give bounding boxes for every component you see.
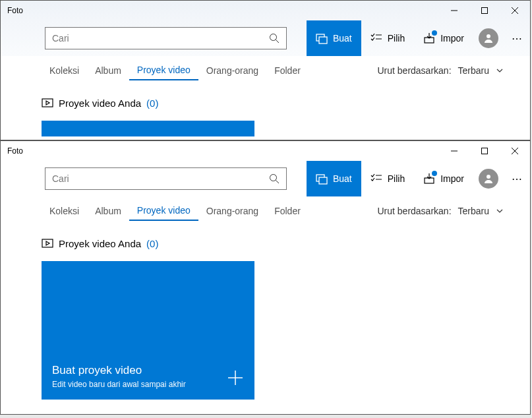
section-count: (0)	[146, 238, 158, 249]
create-icon	[316, 32, 328, 44]
sort-value: Terbaru	[458, 206, 489, 216]
nav-tabs: Koleksi Album Proyek video Orang-orang F…	[1, 196, 530, 225]
chevron-down-icon	[496, 207, 504, 215]
tab-orang[interactable]: Orang-orang	[198, 202, 266, 220]
tab-album[interactable]: Album	[87, 202, 129, 220]
video-project-icon	[42, 97, 53, 109]
tile-subtitle: Edit video baru dari awal sampai akhir	[52, 380, 244, 389]
svg-rect-10	[42, 99, 53, 107]
create-button[interactable]: Buat	[307, 161, 361, 196]
section-title: Proyek video Anda	[59, 238, 141, 249]
import-icon	[423, 173, 435, 185]
sort-control[interactable]: Urut berdasarkan: Terbaru	[377, 206, 530, 216]
select-label: Pilih	[388, 33, 405, 44]
create-label: Buat	[333, 173, 352, 184]
search-box[interactable]	[45, 27, 287, 49]
checklist-icon	[370, 173, 382, 185]
section-heading: Proyek video Anda (0)	[42, 237, 530, 249]
create-button[interactable]: Buat	[307, 20, 361, 56]
svg-rect-1	[482, 8, 488, 14]
sort-label: Urut berdasarkan:	[377, 206, 451, 216]
section-title: Proyek video Anda	[59, 98, 141, 109]
close-button[interactable]	[500, 1, 530, 20]
import-label: Impor	[440, 173, 464, 184]
person-icon	[483, 173, 494, 184]
user-avatar[interactable]	[479, 28, 498, 48]
close-button[interactable]	[500, 141, 530, 161]
maximize-button[interactable]	[469, 141, 500, 161]
toolbar: Buat Pilih Impor ⋯	[1, 161, 530, 196]
titlebar: Foto	[1, 1, 530, 20]
titlebar: Foto	[1, 141, 530, 161]
video-project-icon	[42, 237, 53, 249]
nav-tabs: Koleksi Album Proyek video Orang-orang F…	[1, 56, 530, 85]
select-button[interactable]: Pilih	[361, 161, 414, 196]
more-button[interactable]: ⋯	[504, 161, 530, 196]
tab-folder[interactable]: Folder	[266, 202, 309, 220]
tab-album[interactable]: Album	[87, 61, 129, 80]
create-project-tile[interactable]: Buat proyek video Edit video baru dari a…	[42, 261, 254, 400]
section-count: (0)	[146, 98, 158, 109]
more-button[interactable]: ⋯	[504, 20, 530, 56]
projects-section: Proyek video Anda (0) Buat proyek video …	[1, 225, 530, 400]
ellipsis-icon: ⋯	[512, 32, 522, 45]
select-button[interactable]: Pilih	[361, 20, 414, 56]
checklist-icon	[370, 32, 382, 44]
create-label: Buat	[333, 33, 352, 44]
search-input[interactable]	[52, 33, 269, 44]
import-label: Impor	[440, 33, 464, 44]
photos-window: Foto Buat Pilih Impor	[0, 140, 531, 415]
tile-title: Buat proyek video	[52, 364, 244, 377]
svg-point-20	[487, 175, 490, 179]
window-title: Foto	[7, 146, 23, 156]
tab-koleksi[interactable]: Koleksi	[42, 202, 87, 220]
select-label: Pilih	[388, 173, 405, 184]
svg-point-4	[270, 34, 277, 41]
photos-window-cropped: Foto Buat Pilih Impor	[0, 0, 531, 140]
window-title: Foto	[7, 6, 23, 15]
svg-rect-12	[482, 148, 488, 154]
person-icon	[483, 33, 494, 44]
svg-rect-21	[42, 239, 53, 247]
create-project-tile[interactable]	[42, 121, 254, 136]
import-icon	[423, 32, 435, 44]
plus-icon	[227, 369, 244, 386]
svg-line-16	[276, 181, 280, 184]
projects-section: Proyek video Anda (0)	[1, 85, 530, 136]
section-heading: Proyek video Anda (0)	[42, 97, 530, 109]
sort-control[interactable]: Urut berdasarkan: Terbaru	[377, 65, 530, 76]
maximize-button[interactable]	[469, 1, 500, 20]
import-button[interactable]: Impor	[414, 20, 473, 56]
import-button[interactable]: Impor	[414, 161, 473, 196]
svg-line-5	[276, 40, 280, 44]
minimize-button[interactable]	[439, 141, 469, 161]
tab-orang[interactable]: Orang-orang	[198, 61, 266, 80]
tab-folder[interactable]: Folder	[266, 61, 309, 80]
svg-rect-7	[319, 37, 327, 44]
create-icon	[316, 173, 328, 185]
search-input[interactable]	[52, 173, 269, 184]
tab-proyek-video[interactable]: Proyek video	[129, 61, 198, 80]
tab-koleksi[interactable]: Koleksi	[42, 61, 87, 80]
sort-label: Urut berdasarkan:	[377, 65, 451, 76]
minimize-button[interactable]	[439, 1, 469, 20]
user-avatar[interactable]	[479, 169, 498, 189]
toolbar: Buat Pilih Impor ⋯	[1, 20, 530, 56]
svg-rect-18	[319, 177, 327, 184]
search-icon	[269, 33, 280, 44]
sort-value: Terbaru	[458, 65, 489, 76]
svg-point-9	[487, 34, 490, 38]
search-icon	[269, 173, 280, 184]
ellipsis-icon: ⋯	[512, 173, 522, 185]
chevron-down-icon	[496, 67, 504, 75]
search-box[interactable]	[45, 167, 287, 190]
tab-proyek-video[interactable]: Proyek video	[129, 201, 198, 221]
svg-point-15	[270, 175, 277, 181]
